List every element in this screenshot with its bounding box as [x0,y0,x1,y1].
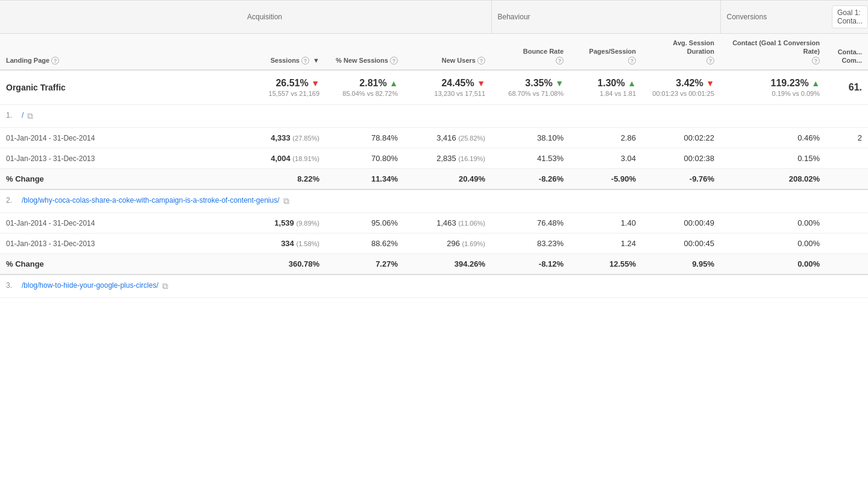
change-new-users-1: 20.49% [404,169,491,190]
bounce-rate-col-header[interactable]: Bounce Rate ? [491,34,570,71]
organic-sessions-sub: 15,557 vs 21,169 [247,90,319,97]
landing-page-cell-3: 3. /blog/how-to-hide-your-google-plus-ci… [0,274,868,298]
pages-session-col-header[interactable]: Pages/Session ? [570,34,642,71]
contact-comp-2-2014 [826,213,868,233]
copy-icon-3[interactable]: ⧉ [162,281,168,291]
conversions-header: Conversions [720,1,826,34]
change-label-1: % Change [0,169,241,190]
organic-traffic-summary-row: Organic Traffic 26.51% ▼ 15,557 vs 21,16… [0,70,868,105]
contact-comp-col-header[interactable]: Conta... Com... [826,34,868,71]
change-new-users-2: 394.26% [404,254,491,275]
contact-rate-label: Contact (Goal 1 Conversion Rate) [732,39,820,55]
change-contact-rate-1: 208.02% [720,169,826,190]
new-users-col-header[interactable]: New Users ? [404,34,491,71]
group-header-row: Acquisition Behaviour Conversions Goal 1… [0,1,868,34]
avg-session-label: Avg. Session Duration [673,39,714,55]
pages-1-2013: 3.04 [570,148,642,169]
contact-comp-1-2014: 2 [826,128,868,148]
landing-page-cell-2: 2. /blog/why-coca-colas-share-a-coke-wit… [0,189,868,213]
avg-session-2-2013: 00:00:45 [642,233,720,254]
pages-1-2014: 2.86 [570,128,642,148]
organic-contact-rate-cell: 119.23% ▲ 0.19% vs 0.09% [720,70,826,105]
organic-sessions-value: 26.51% ▼ [247,78,319,89]
organic-pages-value: 1.30% ▲ [576,78,636,89]
change-row-2: % Change 360.78% 7.27% 394.26% -8.12% 12… [0,254,868,275]
sessions-label: Sessions [271,57,300,64]
contact-rate-help-icon[interactable]: ? [812,57,820,65]
sessions-1-2014: 4,333 (27.85%) [241,128,326,148]
contact-rate-col-header[interactable]: Contact (Goal 1 Conversion Rate) ? [720,34,826,71]
row-number-3: 3. [6,281,18,290]
avg-session-help-icon[interactable]: ? [706,57,714,65]
change-bounce-2: -8.12% [491,254,570,275]
organic-bounce-value: 3.35% ▼ [497,78,564,89]
change-contact-comp-1 [826,169,868,190]
conversions-label: Conversions [727,13,767,21]
data-row-2-2013: 01-Jan-2013 - 31-Dec-2013 334 (1.58%) 88… [0,233,868,254]
goal-tab-cell[interactable]: Goal 1: Conta... [826,1,868,34]
organic-new-users-cell: 24.45% ▼ 13,230 vs 17,511 [404,70,491,105]
organic-contact-rate-arrow: ▲ [811,78,820,88]
new-sessions-col-header[interactable]: % New Sessions ? [326,34,404,71]
organic-avg-session-value: 3.42% ▼ [648,78,714,89]
change-avg-session-2: 9.95% [642,254,720,275]
new-users-help-icon[interactable]: ? [477,57,485,65]
pages-2-2013: 1.24 [570,233,642,254]
organic-pages-cell: 1.30% ▲ 1.84 vs 1.81 [570,70,642,105]
new-users-2-2014: 1,463 (11.06%) [404,213,491,233]
organic-avg-session-cell: 3.42% ▼ 00:01:23 vs 00:01:25 [642,70,720,105]
data-row-2-2014: 01-Jan-2014 - 31-Dec-2014 1,539 (9.89%) … [0,213,868,233]
avg-session-1-2014: 00:02:22 [642,128,720,148]
page-link-1[interactable]: / [22,111,24,119]
contact-comp-1-2013 [826,148,868,169]
contact-rate-1-2014: 0.46% [720,128,826,148]
sessions-help-icon[interactable]: ? [301,57,309,65]
bounce-2-2013: 83.23% [491,233,570,254]
organic-new-users-sub: 13,230 vs 17,511 [410,90,485,97]
date-label-2-2013: 01-Jan-2013 - 31-Dec-2013 [0,233,241,254]
organic-new-users-arrow: ▼ [477,78,485,88]
new-sessions-help-icon[interactable]: ? [390,57,398,65]
organic-new-sessions-value: 2.81% ▲ [332,78,398,89]
sessions-sort-icon[interactable]: ▼ [313,56,319,65]
change-pages-1: -5.90% [570,169,642,190]
copy-icon-1[interactable]: ⧉ [27,111,33,121]
sessions-1-2013: 4,004 (18.91%) [241,148,326,169]
organic-contact-rate-sub: 0.19% vs 0.09% [726,90,820,97]
pages-session-help-icon[interactable]: ? [628,57,636,65]
new-users-label: New Users [442,57,476,64]
row-number-1: 1. [6,111,18,119]
organic-new-sessions-arrow: ▲ [389,78,398,88]
organic-traffic-label: Organic Traffic [0,70,241,105]
landing-page-row-3: 3. /blog/how-to-hide-your-google-plus-ci… [0,274,868,298]
landing-page-cell-1: 1. / ⧉ [0,105,868,128]
change-sessions-2: 360.78% [241,254,326,275]
copy-icon-2[interactable]: ⧉ [283,196,289,206]
date-label-2-2014: 01-Jan-2014 - 31-Dec-2014 [0,213,241,233]
organic-traffic-text: Organic Traffic [6,83,66,92]
change-new-sessions-2: 7.27% [326,254,404,275]
page-link-2[interactable]: /blog/why-coca-colas-share-a-coke-with-c… [22,196,280,205]
contact-comp-2-2013 [826,233,868,254]
date-label-1-2013: 01-Jan-2013 - 31-Dec-2013 [0,148,241,169]
avg-session-col-header[interactable]: Avg. Session Duration ? [642,34,720,71]
change-contact-comp-2 [826,254,868,275]
organic-new-users-value: 24.45% ▼ [410,78,485,89]
organic-pages-sub: 1.84 vs 1.81 [576,90,636,97]
sessions-2-2014: 1,539 (9.89%) [241,213,326,233]
goal-tab[interactable]: Goal 1: Conta... [832,5,868,28]
change-contact-rate-2: 0.00% [720,254,826,275]
contact-rate-1-2013: 0.15% [720,148,826,169]
sessions-col-header[interactable]: Sessions ? ▼ [241,34,326,71]
change-label-2: % Change [0,254,241,275]
landing-page-help-icon[interactable]: ? [51,57,59,65]
organic-sessions-cell: 26.51% ▼ 15,557 vs 21,169 [241,70,326,105]
contact-rate-2-2014: 0.00% [720,213,826,233]
organic-sessions-arrow: ▼ [311,78,319,88]
change-pages-2: 12.55% [570,254,642,275]
contact-comp-label: Conta... Com... [838,48,862,64]
behaviour-label: Behaviour [498,13,530,21]
bounce-rate-help-icon[interactable]: ? [556,57,564,65]
landing-page-row-1: 1. / ⧉ [0,105,868,128]
page-link-3[interactable]: /blog/how-to-hide-your-google-plus-circl… [22,281,159,290]
